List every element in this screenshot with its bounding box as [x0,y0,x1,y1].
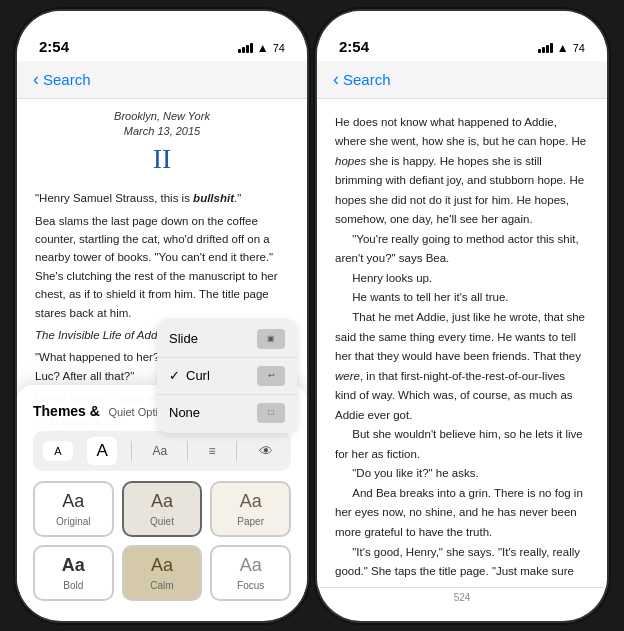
page-number-value: 524 [454,592,471,603]
back-button-left[interactable]: ‹ Search [33,69,91,90]
theme-quiet-label: Quiet [150,516,174,527]
theme-focus[interactable]: Aa Focus [210,545,291,601]
back-label-right: Search [343,71,391,88]
theme-quiet-aa: Aa [151,491,173,512]
theme-paper-label: Paper [237,516,264,527]
transition-none[interactable]: None □ [157,395,297,431]
theme-original-aa: Aa [62,491,84,512]
phones-container: 2:54 ▲ 74 ‹ Search [17,11,607,621]
increase-font-button[interactable]: A [87,437,117,465]
page-number: 524 [317,587,607,607]
large-a-label: A [97,441,108,460]
signal-icon [238,43,253,53]
theme-bold[interactable]: Aa Bold [33,545,114,601]
transition-curl[interactable]: ✓ Curl ↩ [157,358,297,395]
theme-calm-label: Calm [150,580,173,591]
battery-left: 74 [273,42,285,54]
reading-para-5: That he met Addie, just like he wrote, t… [335,308,589,425]
chevron-left-icon-right: ‹ [333,69,339,90]
chevron-left-icon: ‹ [33,69,39,90]
book-content-right: He does not know what happened to Addie,… [317,99,607,587]
theme-calm[interactable]: Aa Calm [122,545,203,601]
right-phone: 2:54 ▲ 74 ‹ Search He does not [317,11,607,621]
back-label-left: Search [43,71,91,88]
reading-para-8: And Bea breaks into a grin. There is no … [335,484,589,543]
reading-para-4: He wants to tell her it's all true. [335,288,589,308]
text-options-icon[interactable]: ≡ [203,442,222,460]
theme-grid: Aa Original Aa Quiet Aa Paper [33,481,291,601]
chapter-number: II [35,143,289,175]
wifi-icon: ▲ [257,41,269,55]
book-location: Brooklyn, New YorkMarch 13, 2015 [35,109,289,140]
time-right: 2:54 [339,38,369,55]
none-icon: □ [257,403,285,423]
theme-paper[interactable]: Aa Paper [210,481,291,537]
slide-label: Slide [169,331,198,346]
theme-original[interactable]: Aa Original [33,481,114,537]
curl-label: Curl [186,368,210,383]
reading-text: He does not know what happened to Addie,… [317,99,607,587]
slide-icon: ▣ [257,329,285,349]
reading-para-2: "You're really going to method actor thi… [335,230,589,269]
theme-focus-aa: Aa [240,555,262,576]
reading-para-1: He does not know what happened to Addie,… [335,113,589,230]
theme-original-label: Original [56,516,90,527]
theme-bold-label: Bold [63,580,83,591]
nav-bar-right: ‹ Search [317,61,607,99]
para-2: Bea slams the last page down on the coff… [35,212,289,322]
book-header: Brooklyn, New YorkMarch 13, 2015 II [17,99,307,186]
reading-para-7: "Do you like it?" he asks. [335,464,589,484]
status-icons-right: ▲ 74 [538,41,585,55]
back-button-right[interactable]: ‹ Search [333,69,391,90]
theme-paper-aa: Aa [240,491,262,512]
transition-slide[interactable]: Slide ▣ [157,321,297,358]
reading-para-3: Henry looks up. [335,269,589,289]
curl-icon: ↩ [257,366,285,386]
divider-2 [187,441,188,461]
signal-icon-right [538,43,553,53]
time-left: 2:54 [39,38,69,55]
reading-para-6: But she wouldn't believe him, so he lets… [335,425,589,464]
status-icons-left: ▲ 74 [238,41,285,55]
wifi-icon-right: ▲ [557,41,569,55]
font-selector-icon[interactable]: Aa [147,442,174,460]
book-content-left: Brooklyn, New YorkMarch 13, 2015 II "Hen… [17,99,307,617]
nav-bar-left: ‹ Search [17,61,307,99]
divider-1 [131,441,132,461]
eye-button[interactable]: 👁 [251,440,281,462]
theme-bold-aa: Aa [62,555,85,576]
themes-title: Themes & [33,403,100,419]
transition-selector: Slide ▣ ✓ Curl ↩ None [157,319,297,433]
none-label: None [169,405,200,420]
reading-para-9: "It's good, Henry," she says. "It's real… [335,543,589,587]
theme-focus-label: Focus [237,580,264,591]
divider-3 [236,441,237,461]
check-mark: ✓ [169,368,180,383]
left-phone: 2:54 ▲ 74 ‹ Search [17,11,307,621]
para-1: "Henry Samuel Strauss, this is bullshit.… [35,189,289,207]
battery-right: 74 [573,42,585,54]
font-controls: A A Aa ≡ 👁 [33,431,291,471]
decrease-font-button[interactable]: A [43,441,73,461]
small-a-label: A [54,445,61,457]
status-bar-left: 2:54 ▲ 74 [17,11,307,61]
theme-quiet[interactable]: Aa Quiet [122,481,203,537]
status-bar-right: 2:54 ▲ 74 [317,11,607,61]
theme-calm-aa: Aa [151,555,173,576]
